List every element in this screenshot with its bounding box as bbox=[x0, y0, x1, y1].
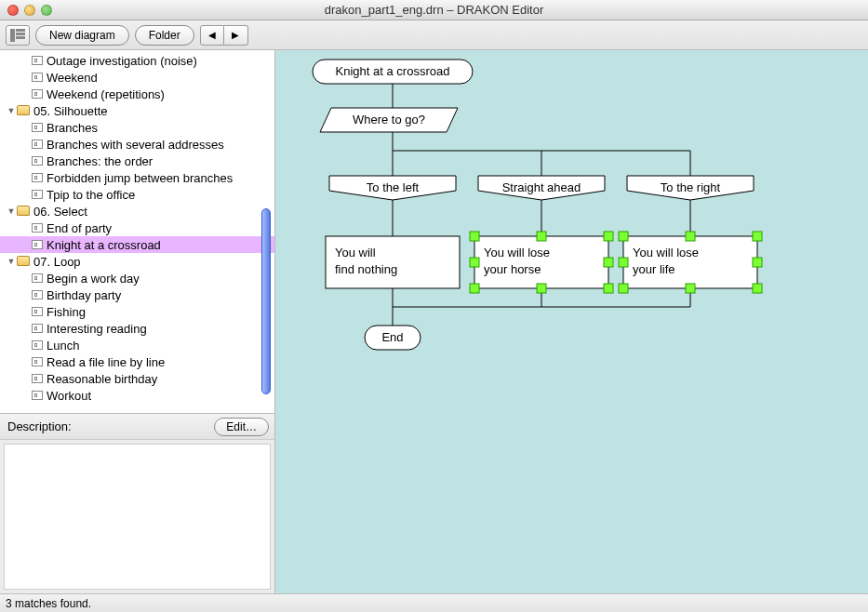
nav-back-button[interactable]: ◀ bbox=[200, 25, 224, 46]
outcome-text-line: You will bbox=[335, 246, 376, 259]
tree-item[interactable]: Birthday party bbox=[0, 286, 274, 303]
selection-handle[interactable] bbox=[686, 232, 695, 241]
diagram-file-icon bbox=[32, 240, 43, 249]
edit-description-label: Edit… bbox=[226, 420, 257, 433]
svg-rect-0 bbox=[10, 29, 15, 42]
tree-item-label: 05. Silhouette bbox=[33, 104, 108, 118]
selection-handle[interactable] bbox=[537, 284, 546, 293]
window-titlebar: drakon_part1_eng.drn – DRAKON Editor bbox=[0, 0, 868, 20]
selection-handle[interactable] bbox=[470, 232, 479, 241]
tree-item[interactable]: Branches with several addresses bbox=[0, 136, 274, 153]
tree-item-label: Birthday party bbox=[47, 288, 121, 302]
tree-item[interactable]: Weekend bbox=[0, 69, 274, 86]
folder-icon bbox=[17, 206, 30, 216]
tree-scrollbar[interactable] bbox=[260, 50, 273, 413]
selection-handle[interactable] bbox=[753, 284, 762, 293]
diagram-file-icon bbox=[32, 273, 43, 283]
tree-item[interactable]: Forbidden jump between branches bbox=[0, 169, 274, 186]
outcome-node-straight[interactable]: You will loseyour horse bbox=[470, 232, 613, 293]
new-folder-button[interactable]: Folder bbox=[135, 25, 194, 46]
description-label: Description: bbox=[7, 419, 72, 433]
status-text: 3 matches found. bbox=[6, 597, 91, 610]
tree-item[interactable]: Knight at a crossroad bbox=[0, 236, 274, 253]
selection-handle[interactable] bbox=[604, 232, 613, 241]
tree-item-label: Workout bbox=[47, 389, 91, 403]
diagram-file-icon bbox=[32, 223, 43, 233]
selection-handle[interactable] bbox=[753, 258, 762, 267]
tree-folder[interactable]: ▼07. Loop bbox=[0, 253, 274, 270]
outcome-text-line: find nothing bbox=[335, 262, 397, 276]
tree-item[interactable]: Branches bbox=[0, 119, 274, 136]
tree-item-label: Forbidden jump between branches bbox=[47, 171, 233, 185]
tree-item[interactable]: Fishing bbox=[0, 303, 274, 320]
disclosure-triangle-icon[interactable]: ▼ bbox=[6, 257, 17, 266]
outcome-node-right[interactable]: You will loseyour life bbox=[619, 232, 762, 293]
option-label: To the left bbox=[367, 180, 420, 194]
select-question-node[interactable]: Where to go? bbox=[320, 108, 458, 132]
selection-handle[interactable] bbox=[753, 232, 762, 241]
description-text[interactable] bbox=[4, 444, 271, 590]
tree-item-label: Weekend (repetitions) bbox=[47, 87, 165, 101]
option-node-left[interactable]: To the left bbox=[329, 176, 456, 200]
tree-item-label: Weekend bbox=[47, 71, 98, 85]
outcome-text-line: You will lose bbox=[484, 246, 550, 259]
tree-item-label: Трip to the office bbox=[47, 188, 135, 202]
new-diagram-button[interactable]: New diagram bbox=[35, 25, 129, 46]
tree-item-label: 06. Select bbox=[33, 205, 87, 219]
tree-item[interactable]: Interesting reading bbox=[0, 320, 274, 337]
folder-icon bbox=[17, 105, 30, 115]
diagram-canvas[interactable]: Knight at a crossroad Where to go? To th… bbox=[275, 50, 868, 593]
diagram-tree[interactable]: Outage investigation (noise)WeekendWeeke… bbox=[0, 50, 274, 413]
disclosure-triangle-icon[interactable]: ▼ bbox=[6, 106, 17, 115]
diagram-end-node[interactable]: End bbox=[365, 326, 421, 350]
option-label: To the right bbox=[661, 180, 721, 194]
selection-handle[interactable] bbox=[470, 284, 479, 293]
edit-description-button[interactable]: Edit… bbox=[214, 418, 269, 436]
svg-rect-2 bbox=[16, 33, 25, 35]
disclosure-triangle-icon[interactable]: ▼ bbox=[6, 206, 17, 216]
zoom-window-button[interactable] bbox=[41, 5, 52, 16]
svg-rect-1 bbox=[16, 29, 25, 32]
tree-folder[interactable]: ▼06. Select bbox=[0, 203, 274, 220]
diagram-end-text: End bbox=[381, 330, 403, 344]
close-window-button[interactable] bbox=[7, 5, 19, 16]
nav-forward-button[interactable]: ▶ bbox=[224, 25, 248, 46]
selection-handle[interactable] bbox=[619, 258, 628, 267]
tree-item[interactable]: Branches: the order bbox=[0, 153, 274, 169]
diagram-file-icon bbox=[32, 190, 43, 199]
diagram-file-icon bbox=[32, 391, 43, 400]
selection-handle[interactable] bbox=[686, 284, 695, 293]
tree-item[interactable]: End of party bbox=[0, 220, 274, 236]
option-node-right[interactable]: To the right bbox=[627, 176, 754, 200]
tree-item[interactable]: Lunch bbox=[0, 337, 274, 353]
toggle-sidebar-button[interactable] bbox=[6, 25, 30, 46]
tree-item-label: Lunch bbox=[47, 339, 79, 353]
selection-handle[interactable] bbox=[470, 258, 479, 267]
selection-handle[interactable] bbox=[619, 284, 628, 293]
svg-rect-3 bbox=[16, 36, 25, 39]
selection-handle[interactable] bbox=[619, 232, 628, 241]
tree-item[interactable]: Трip to the office bbox=[0, 186, 274, 203]
minimize-window-button[interactable] bbox=[24, 5, 35, 16]
tree-item-label: End of party bbox=[47, 221, 112, 235]
diagram-title-node[interactable]: Knight at a crossroad bbox=[313, 60, 473, 84]
diagram-file-icon bbox=[32, 324, 43, 333]
tree-item-label: 07. Loop bbox=[33, 255, 81, 269]
selection-handle[interactable] bbox=[604, 284, 613, 293]
option-node-straight[interactable]: Straight ahead bbox=[478, 176, 605, 200]
tree-item[interactable]: Weekend (repetitions) bbox=[0, 86, 274, 102]
outcome-node-left[interactable]: You willfind nothing bbox=[326, 236, 460, 288]
scrollbar-thumb[interactable] bbox=[261, 208, 271, 394]
description-panel: Description: Edit… bbox=[0, 413, 274, 593]
tree-item[interactable]: Begin a work day bbox=[0, 270, 274, 286]
tree-item[interactable]: Workout bbox=[0, 387, 274, 404]
selection-handle[interactable] bbox=[604, 258, 613, 267]
selection-handle[interactable] bbox=[537, 232, 546, 241]
diagram-file-icon bbox=[32, 73, 43, 82]
history-nav: ◀ ▶ bbox=[200, 25, 248, 46]
folder-icon bbox=[17, 256, 30, 266]
tree-item[interactable]: Outage investigation (noise) bbox=[0, 52, 274, 69]
tree-item[interactable]: Read a file line by line bbox=[0, 353, 274, 370]
tree-item[interactable]: Reasonable birthday bbox=[0, 370, 274, 387]
tree-folder[interactable]: ▼05. Silhouette bbox=[0, 102, 274, 119]
